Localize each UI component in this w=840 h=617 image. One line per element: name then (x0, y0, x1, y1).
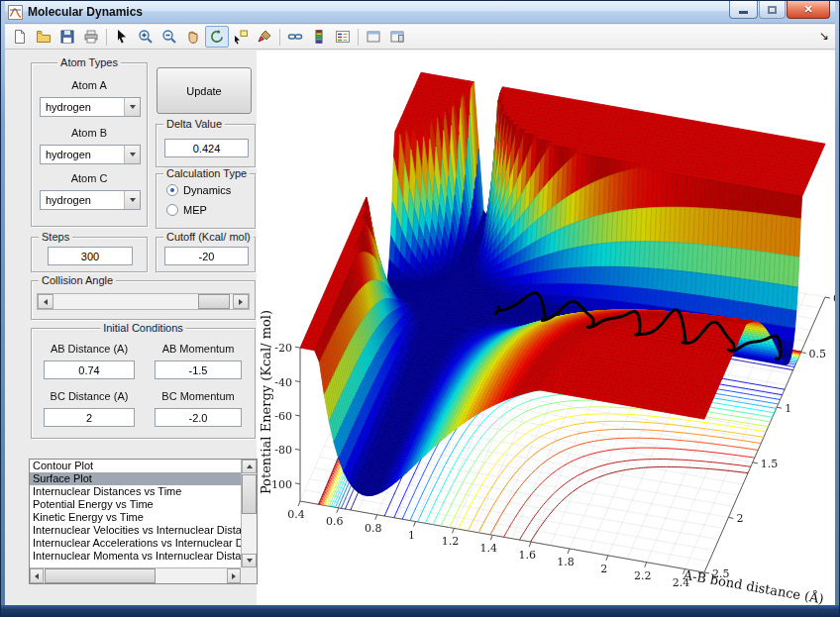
scroll-left-button[interactable] (30, 568, 44, 583)
dynamics-radio[interactable]: Dynamics (166, 184, 231, 196)
atom-c-dropdown[interactable]: hydrogen (40, 190, 141, 210)
chevron-down-icon (124, 191, 140, 209)
mep-radio-label: MEP (183, 204, 207, 216)
zoom-out-icon (161, 29, 177, 45)
list-item[interactable]: Internuclear Accelerations vs Internucle… (30, 537, 241, 550)
listbox-vertical-scrollbar[interactable] (241, 460, 257, 567)
collision-angle-scrollbar[interactable] (37, 293, 250, 310)
window-border (835, 1, 839, 616)
scroll-right-button[interactable] (227, 568, 241, 583)
maximize-button[interactable] (759, 1, 786, 19)
list-item[interactable]: Internuclear Momenta vs Internuclear Dis… (30, 550, 241, 563)
list-item[interactable]: Internuclear Distances vs Time (30, 485, 241, 498)
save-button[interactable] (55, 26, 79, 48)
initial-conditions-panel: Initial Conditions AB Distance (A) AB Mo… (31, 328, 256, 439)
steps-panel: Steps (31, 237, 148, 272)
data-cursor-button[interactable] (229, 26, 253, 48)
toolbar-separator (106, 29, 107, 46)
steps-field[interactable] (48, 247, 133, 265)
maximize-icon (768, 6, 777, 14)
edit-plot-button[interactable] (110, 26, 134, 48)
minimize-button[interactable] (729, 1, 758, 19)
panel-title: Initial Conditions (100, 322, 186, 334)
radio-icon (166, 184, 178, 196)
panel-title: Calculation Type (163, 167, 250, 179)
surface-plot-canvas[interactable] (261, 46, 838, 607)
brush-data-button[interactable] (253, 26, 276, 48)
data-cursor-icon (233, 29, 249, 45)
atom-c-label: Atom C (32, 172, 147, 184)
list-item[interactable]: Internuclear Velocities vs Internuclear … (30, 524, 241, 537)
cutoff-panel: Cutoff (Kcal/ mol) (156, 237, 256, 272)
cursor-arrow-icon (114, 29, 130, 45)
toolbar-separator (358, 29, 359, 46)
panel-title: Atom Types (57, 56, 121, 68)
calculation-type-panel: Calculation Type Dynamics MEP (156, 173, 256, 229)
print-button[interactable] (79, 26, 103, 48)
zoom-out-button[interactable] (158, 26, 181, 48)
chevron-down-icon (124, 98, 140, 116)
scroll-right-button[interactable] (233, 294, 249, 309)
plot-type-listbox: Contour Plot Surface Plot Internuclear D… (29, 459, 258, 584)
scroll-up-button[interactable] (242, 460, 257, 473)
link-plots-button[interactable] (283, 26, 307, 48)
scroll-down-button[interactable] (242, 554, 257, 567)
insert-legend-button[interactable] (331, 26, 355, 48)
ab-momentum-label: AB Momentum (149, 343, 248, 355)
atom-a-label: Atom A (32, 79, 147, 91)
toolbar-separator (279, 29, 280, 46)
dock-figure-button[interactable]: ↘ (819, 29, 829, 43)
title-bar[interactable]: Molecular Dynamics ✕ (1, 1, 839, 24)
minimize-icon (739, 11, 748, 14)
cutoff-field[interactable] (164, 247, 249, 265)
bc-distance-field[interactable] (44, 408, 135, 427)
window-border (1, 605, 839, 616)
bc-momentum-field[interactable] (155, 408, 242, 427)
scroll-left-button[interactable] (38, 294, 53, 309)
new-file-button[interactable] (8, 26, 32, 48)
insert-colorbar-button[interactable] (307, 26, 331, 48)
arrow-right-icon (232, 573, 236, 579)
radio-icon (166, 204, 178, 216)
zoom-in-icon (138, 29, 154, 45)
arrow-right-icon (239, 299, 243, 305)
delta-value-field[interactable] (164, 139, 249, 157)
open-file-button[interactable] (32, 26, 55, 48)
atom-c-value: hydrogen (41, 191, 124, 209)
chevron-down-icon (124, 146, 140, 163)
list-item[interactable]: Kinetic Energy vs Time (30, 511, 241, 524)
show-plot-tools-icon (389, 29, 405, 45)
pan-button[interactable] (181, 26, 205, 48)
rotate-3d-button[interactable] (205, 26, 229, 48)
list-item[interactable]: Surface Plot (30, 472, 241, 485)
window: Molecular Dynamics ✕ ↘ Atom T (0, 0, 840, 617)
scroll-thumb[interactable] (45, 568, 156, 583)
ab-distance-label: AB Distance (A) (40, 343, 139, 355)
close-icon: ✕ (803, 3, 812, 16)
hide-plot-tools-icon (366, 29, 381, 45)
dynamics-radio-label: Dynamics (183, 184, 231, 196)
delta-value-panel: Delta Value (156, 124, 256, 167)
scroll-thumb[interactable] (198, 294, 230, 309)
mep-radio[interactable]: MEP (166, 204, 207, 216)
panel-title: Cutoff (Kcal/ mol) (163, 231, 254, 243)
ab-distance-field[interactable] (44, 360, 135, 379)
listbox-horizontal-scrollbar[interactable] (30, 567, 241, 583)
hide-plot-tools-button[interactable] (362, 26, 385, 48)
zoom-in-button[interactable] (134, 26, 158, 48)
close-button[interactable]: ✕ (787, 1, 830, 19)
arrow-up-icon (247, 464, 253, 468)
atom-a-dropdown[interactable]: hydrogen (40, 97, 141, 117)
rotate-3d-icon (209, 29, 225, 45)
list-item[interactable]: Potential Energy vs Time (30, 498, 241, 511)
panel-title: Collision Angle (39, 274, 116, 286)
chain-link-icon (287, 29, 303, 45)
show-plot-tools-button[interactable] (385, 26, 409, 48)
list-item[interactable]: Contour Plot (30, 460, 241, 472)
legend-icon (335, 29, 351, 45)
atom-b-dropdown[interactable]: hydrogen (40, 145, 141, 164)
scroll-thumb[interactable] (242, 474, 257, 514)
ab-momentum-field[interactable] (155, 360, 242, 379)
update-button[interactable]: Update (157, 67, 252, 114)
atom-types-panel: Atom Types Atom A hydrogen Atom B hydrog… (31, 62, 148, 227)
